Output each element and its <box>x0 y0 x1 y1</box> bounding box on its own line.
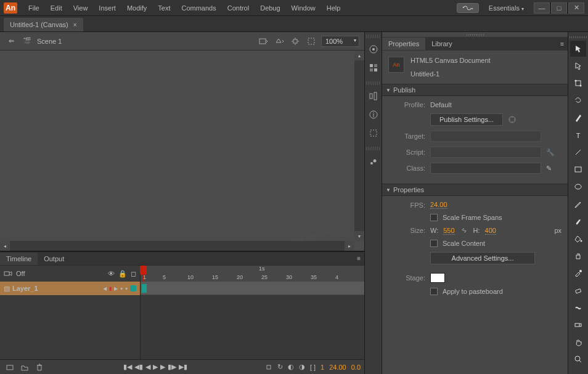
layer-prev-icon[interactable]: ◀ <box>103 286 107 291</box>
subselection-tool[interactable] <box>570 58 586 74</box>
line-tool[interactable] <box>570 144 586 160</box>
document-tab[interactable]: Untitled-1 (Canvas) × <box>4 18 83 31</box>
dock-grip[interactable] <box>366 81 381 85</box>
tab-properties[interactable]: Properties <box>382 38 425 50</box>
ink-bottle-tool[interactable] <box>570 248 586 264</box>
free-transform-tool[interactable] <box>570 75 586 91</box>
center-frame-icon[interactable] <box>265 364 272 371</box>
advanced-settings-button[interactable]: Advanced Settings... <box>430 252 535 264</box>
scene-icon[interactable]: 🎬 <box>21 35 33 47</box>
pencil-tool[interactable] <box>570 196 586 212</box>
new-folder-icon[interactable] <box>18 361 31 373</box>
close-tab-icon[interactable]: × <box>73 22 77 28</box>
scale-content-checkbox[interactable] <box>430 240 438 247</box>
step-fwd-icon[interactable]: ▶ <box>160 363 165 371</box>
edit-symbol-icon[interactable] <box>273 35 285 47</box>
frames-pane[interactable]: 1 5 10 15 20 25 30 35 4 1s <box>141 266 364 359</box>
vertical-scrollbar[interactable]: ▴ ▾ <box>354 51 364 241</box>
publish-settings-button[interactable]: Publish Settings... <box>430 113 503 126</box>
class-input[interactable] <box>430 163 541 174</box>
panel-grip[interactable] <box>570 35 587 39</box>
link-wh-icon[interactable] <box>460 226 468 235</box>
eraser-tool[interactable] <box>570 282 586 298</box>
height-value[interactable]: 400 <box>485 227 496 235</box>
menu-control[interactable]: Control <box>223 2 254 14</box>
layer-active-icon[interactable]: ▮ <box>109 286 112 291</box>
zoom-dropdown[interactable]: 100% <box>321 36 359 47</box>
eyedropper-tool[interactable] <box>570 265 586 281</box>
clip-content-icon[interactable] <box>305 35 317 47</box>
layer-row[interactable]: ▧ Layer_1 ◀ ▮ ▶ • • <box>0 282 140 295</box>
workspace-dropdown[interactable]: Essentials ▾ <box>484 2 529 14</box>
edit-scene-icon[interactable] <box>257 35 269 47</box>
dock-grip[interactable] <box>366 35 381 38</box>
text-tool[interactable]: T <box>570 127 586 143</box>
maximize-button[interactable]: □ <box>551 2 567 14</box>
dock-grip[interactable] <box>366 147 381 150</box>
selection-tool[interactable] <box>570 41 586 57</box>
outline-column-icon[interactable]: ◻ <box>131 270 136 278</box>
last-frame-icon[interactable]: ▶▮ <box>179 363 187 371</box>
camera-icon[interactable] <box>4 270 12 277</box>
tab-library[interactable]: Library <box>425 38 459 50</box>
delete-layer-icon[interactable] <box>33 361 46 373</box>
camera-tool[interactable] <box>570 317 586 333</box>
current-frame[interactable]: 1 <box>321 364 324 371</box>
next-frame-icon[interactable]: ▮▶ <box>168 363 176 371</box>
onion-outline-icon[interactable]: ◑ <box>299 363 305 371</box>
keyframe[interactable] <box>142 284 147 293</box>
menu-insert[interactable]: Insert <box>94 2 121 14</box>
close-button[interactable]: ✕ <box>568 2 584 14</box>
menu-view[interactable]: View <box>68 2 93 14</box>
scroll-right-icon[interactable]: ▸ <box>345 241 354 251</box>
menu-text[interactable]: Text <box>153 2 175 14</box>
menu-modify[interactable]: Modify <box>122 2 152 14</box>
new-layer-icon[interactable] <box>4 361 16 373</box>
back-button[interactable]: ⇐ <box>5 35 17 47</box>
zoom-tool[interactable] <box>570 351 586 367</box>
first-frame-icon[interactable]: ▮◀ <box>123 363 132 371</box>
scroll-down-icon[interactable]: ▾ <box>354 231 364 241</box>
transform-panel-icon[interactable] <box>366 126 381 140</box>
profile-options-icon[interactable] <box>508 115 517 124</box>
section-properties-header[interactable]: ▼ Properties <box>382 184 568 196</box>
paint-bucket-tool[interactable] <box>570 230 586 246</box>
fps-value[interactable]: 24.00 <box>430 201 447 209</box>
onion-range-icon[interactable]: [ ] <box>310 364 316 371</box>
layer-visible-dot[interactable]: • <box>120 285 123 292</box>
horizontal-scrollbar[interactable]: ◂ ▸ <box>0 241 354 251</box>
loop-icon[interactable]: ↻ <box>277 363 283 371</box>
play-icon[interactable]: ▶ <box>153 363 158 371</box>
swatches-panel-icon[interactable] <box>366 60 381 75</box>
timeline-menu-icon[interactable]: ≡ <box>357 255 361 262</box>
frame-ruler[interactable]: 1 5 10 15 20 25 30 35 4 1s <box>141 266 364 282</box>
panel-menu-icon[interactable]: ≡ <box>560 41 564 47</box>
minimize-button[interactable]: — <box>534 2 550 14</box>
sync-button[interactable] <box>457 3 479 13</box>
menu-commands[interactable]: Commands <box>176 2 221 14</box>
section-publish-header[interactable]: ▼ Publish <box>382 84 568 96</box>
align-panel-icon[interactable] <box>366 89 381 104</box>
elapsed-time[interactable]: 0.0 <box>351 364 361 371</box>
scale-frame-spans-checkbox[interactable] <box>430 214 438 221</box>
lasso-tool[interactable] <box>570 92 586 108</box>
scroll-left-icon[interactable]: ◂ <box>0 241 10 251</box>
info-panel-icon[interactable]: i <box>366 107 381 122</box>
edit-class-icon[interactable]: ✎ <box>546 165 552 173</box>
lock-column-icon[interactable]: 🔒 <box>118 270 127 278</box>
apply-pasteboard-checkbox[interactable] <box>430 288 438 295</box>
rectangle-tool[interactable] <box>570 161 586 177</box>
pen-tool[interactable] <box>570 110 586 126</box>
layer-lock-dot[interactable]: • <box>125 285 128 292</box>
menu-window[interactable]: Window <box>287 2 321 14</box>
stage-canvas[interactable]: AppNee Freeware Group. ▴ ▾ ◂ ▸ <box>0 51 364 251</box>
color-panel-icon[interactable] <box>366 42 381 57</box>
center-stage-icon[interactable] <box>289 35 301 47</box>
layer-frames[interactable] <box>141 282 364 295</box>
menu-debug[interactable]: Debug <box>255 2 285 14</box>
layer-outline-swatch[interactable] <box>130 285 136 291</box>
panel-grip[interactable] <box>382 32 568 37</box>
menu-edit[interactable]: Edit <box>46 2 67 14</box>
visibility-column-icon[interactable]: 👁 <box>108 270 115 277</box>
brush-tool[interactable] <box>570 213 586 229</box>
